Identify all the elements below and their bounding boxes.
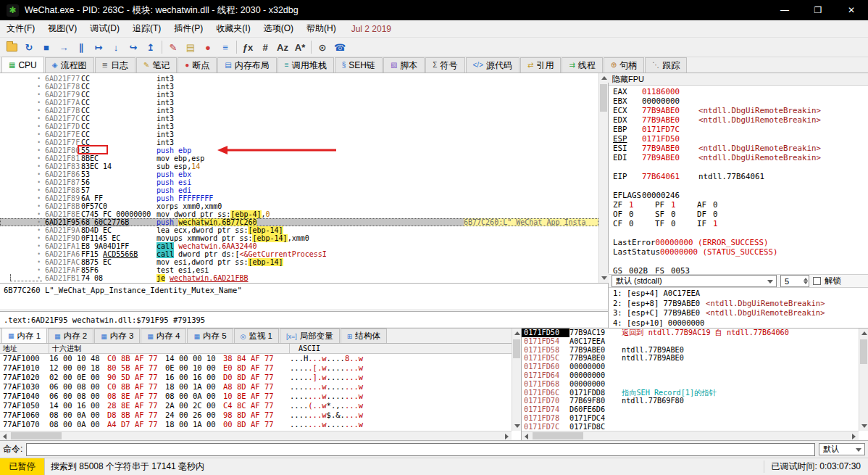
toolbar-script-tool-button[interactable]: ✎ [164, 39, 182, 56]
tab-watch-1[interactable]: ◎监视 1 [234, 329, 279, 343]
register-line[interactable]: LastError00000000 (ERROR_SUCCESS) [609, 238, 868, 247]
register-line[interactable] [609, 228, 868, 238]
arg-count-spinner[interactable]: 5 [780, 275, 809, 287]
disasm-row[interactable]: •6AD21F896A FFpush FFFFFFFF [0, 194, 598, 202]
disasm-row[interactable]: •6AD21F79CCint3 [0, 91, 598, 99]
tab-dump-3[interactable]: ▦内存 3 [94, 329, 140, 343]
menu-item[interactable]: 调试(D) [83, 20, 126, 37]
register-line[interactable]: EFLAGS00000246 [609, 191, 868, 200]
spinner-buttons[interactable] [804, 276, 808, 286]
toolbar-search-tool-button[interactable]: ⊙ [314, 39, 331, 56]
menu-item[interactable]: 收藏夹(I) [209, 20, 256, 37]
breakpoint-gutter[interactable]: • [0, 258, 45, 266]
breakpoint-gutter[interactable]: • [0, 99, 45, 107]
breakpoint-gutter[interactable]: • [0, 210, 45, 218]
toolbar-notes-tool-button[interactable]: ▤ [182, 39, 199, 56]
stack-row[interactable]: 0171FD7077B69F80ntdll.77B69F80 [522, 397, 859, 405]
register-line[interactable]: ECX77B9ABE0<ntdll.DbgUiRemoteBreakin> [609, 106, 868, 115]
tab-trace[interactable]: ⋱跟踪 [645, 57, 687, 73]
tab-symbols[interactable]: Σ符号 [425, 57, 464, 73]
breakpoint-gutter[interactable]: • [0, 186, 45, 194]
tab-breakpoints[interactable]: ●断点 [178, 57, 217, 73]
disasm-row[interactable]: •6AD21F7ACCint3 [0, 99, 598, 107]
disasm-row[interactable]: •6AD21FB174 08je wechatwin.6AD21FBB [0, 274, 598, 282]
calling-convention-select[interactable]: 默认 (stdcall) [612, 275, 777, 287]
tab-call-stack[interactable]: ≡调用堆栈 [277, 57, 334, 73]
tab-handles[interactable]: ⊕句柄 [604, 57, 644, 73]
breakpoint-gutter[interactable]: • [0, 170, 45, 178]
breakpoint-gutter[interactable]: • [0, 162, 45, 170]
toolbar-breakpoints-tool-button[interactable]: ● [199, 39, 217, 56]
argument-line[interactable]: 2: [esp+8] 77B9ABE0<ntdll.DbgUiRemoteBre… [609, 299, 868, 309]
disasm-row[interactable]: •6AD21F7DCCint3 [0, 123, 598, 131]
tab-source[interactable]: </>源代码 [466, 57, 519, 73]
toolbar-restart-button[interactable]: ↻ [20, 39, 38, 56]
disasm-row[interactable]: •6AD21F7CCCint3 [0, 115, 598, 123]
tab-dump-2[interactable]: ▦内存 2 [48, 329, 93, 343]
hscrollbar-thumb[interactable] [11, 432, 62, 439]
dump-row[interactable]: 77AF103006 00 08 00C0 8B AF 7718 00 1A 0… [0, 382, 512, 392]
toolbar-pause-button[interactable]: ∥ [72, 39, 90, 56]
breakpoint-gutter[interactable]: • [0, 91, 45, 99]
dump-hscrollbar[interactable] [0, 431, 512, 440]
disasm-row[interactable]: •6AD21FA1E8 9A04D1FFcall wechatwin.6AA32… [0, 242, 598, 250]
breakpoint-gutter[interactable]: • [0, 226, 45, 234]
breakpoint-gutter[interactable]: • [0, 146, 45, 154]
disasm-row[interactable]: •6AD21F8857push edi [0, 186, 598, 194]
breakpoint-gutter[interactable]: • [0, 194, 45, 202]
toolbar-strings-tool-button[interactable]: Az [274, 39, 291, 56]
stack-row[interactable]: 0171FD6800000000 [522, 380, 859, 389]
disasm-row[interactable]: •6AD21F9A8D4D EClea ecx,dword ptr ss:[eb… [0, 226, 598, 234]
dump-row[interactable]: 77AF107008 00 0A 00A4 D7 AF 7718 00 1A 0… [0, 420, 512, 429]
breakpoint-gutter[interactable]: • [0, 75, 45, 83]
tab-struct[interactable]: ⊞结构体 [341, 329, 387, 343]
tab-dump-5[interactable]: ▦内存 5 [187, 329, 233, 343]
tab-notes[interactable]: ✎笔记 [136, 57, 177, 73]
register-line[interactable]: ESP0171FD50 [609, 134, 868, 144]
dump-row[interactable]: 77AF106008 00 0A 00D8 8B AF 7724 00 26 0… [0, 410, 512, 420]
menu-item[interactable]: 插件(P) [167, 20, 209, 37]
register-line[interactable]: EDX77B9ABE0<ntdll.DbgUiRemoteBreakin> [609, 115, 868, 125]
scrollbar-thumb[interactable] [600, 84, 607, 112]
menu-item[interactable]: 视图(V) [41, 20, 83, 37]
tab-log[interactable]: ≣日志 [95, 57, 135, 73]
disasm-row[interactable]: •6AD21F8EC745 FC 00000000mov dword ptr s… [0, 210, 598, 218]
scrollbar-thumb[interactable] [513, 339, 520, 358]
dump-row[interactable]: 77AF100016 00 10 48C0 8B AF 7714 00 00 1… [0, 354, 512, 363]
menu-item[interactable]: 文件(F) [0, 20, 41, 37]
disasm-row[interactable]: •6AD21F9D0F1145 ECmovups xmmword ptr ss:… [0, 234, 598, 242]
tab-threads[interactable]: ⇉线程 [562, 57, 602, 73]
toolbar-fx-tool-button[interactable]: ƒx [239, 39, 256, 56]
disasm-row[interactable]: •6AD21F8B0F57C0xorps xmm0,xmm0 [0, 202, 598, 210]
toolbar-open-file-button[interactable] [3, 39, 20, 56]
tab-locals[interactable]: [x=]局部变量 [280, 329, 340, 343]
register-line[interactable] [609, 162, 868, 172]
disasm-row[interactable]: •6AD21F9568 60C2776Bpush wechatwin.6B77C… [0, 218, 598, 226]
toolbar-pattern-tool-button[interactable]: A* [291, 39, 309, 56]
breakpoint-gutter[interactable]: • [0, 250, 45, 258]
hscrollbar-thumb[interactable] [533, 432, 583, 439]
stack-row[interactable]: 0171FD6400000000 [522, 371, 859, 380]
disasm-row[interactable]: •6AD21F8653push ebx [0, 170, 598, 178]
tab-dump-1[interactable]: ▦内存 1 [1, 328, 47, 343]
argument-line[interactable]: 1: [esp+4] A0C17EEA [609, 289, 868, 299]
stack-row[interactable]: 0171FD7C0171FD8C [522, 423, 859, 431]
toolbar-hash-tool-button[interactable]: # [256, 39, 274, 56]
breakpoint-gutter[interactable]: • [0, 218, 45, 226]
hide-fpu-button[interactable]: 隐藏FPU [609, 73, 868, 86]
tab-cpu[interactable]: ▦CPU [1, 57, 44, 73]
tab-references[interactable]: ⇄引用 [520, 57, 561, 73]
register-line[interactable]: EDI77B9ABE0<ntdll.DbgUiRemoteBreakin> [609, 153, 868, 162]
breakpoint-gutter[interactable]: • [0, 139, 45, 146]
disasm-row[interactable]: •6AD21F7ECCint3 [0, 131, 598, 139]
breakpoint-gutter[interactable]: • [0, 131, 45, 139]
register-line[interactable]: EIP77B64061ntdll.77B64061 [609, 172, 868, 181]
breakpoint-gutter[interactable]: • [0, 202, 45, 210]
scroll-up-button[interactable] [599, 73, 609, 83]
toolbar-execute-till-return-button[interactable]: ↥ [142, 39, 159, 56]
breakpoint-gutter[interactable]: • [0, 234, 45, 242]
disasm-row[interactable]: •6AD21F8383EC 14sub esp,14 [0, 162, 598, 170]
register-line[interactable]: CF0TF0IF1 [609, 219, 868, 228]
toolbar-step-into-button[interactable]: ↓ [107, 39, 125, 56]
dump-scrollbar[interactable] [512, 329, 521, 431]
